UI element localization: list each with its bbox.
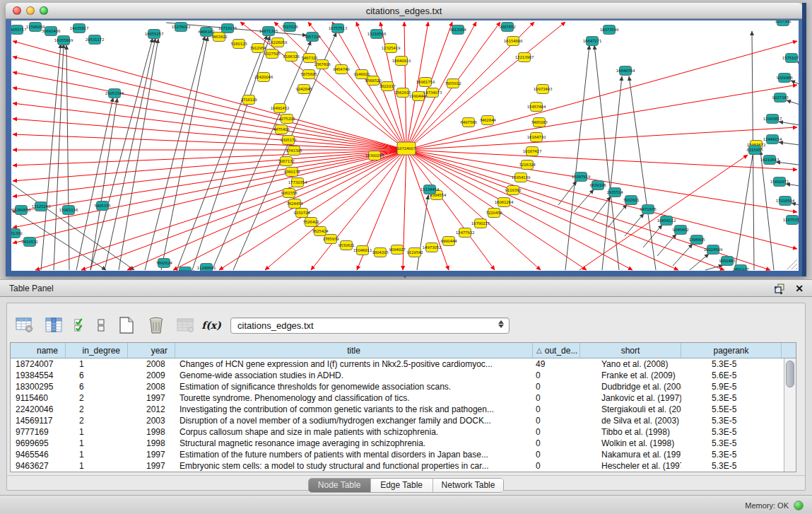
graph-node[interactable]: 8419532 — [21, 238, 37, 247]
citation-edge-black[interactable] — [54, 44, 64, 270]
graph-node[interactable]: 7485083 — [531, 118, 548, 127]
graph-node[interactable]: 10973493 — [534, 85, 553, 94]
graph-node[interactable]: 7932621 — [623, 196, 639, 205]
select-columns-checks-icon[interactable] — [73, 315, 86, 336]
graph-node[interactable]: 9150724 — [293, 209, 310, 218]
table-row[interactable]: 977716911998Corpus callosum shape and si… — [11, 426, 784, 438]
citation-edge-black[interactable] — [66, 45, 69, 270]
graph-node[interactable]: 4275201 — [278, 115, 295, 124]
graph-node[interactable]: 6466162 — [198, 28, 214, 37]
function-builder-icon[interactable]: f(x) — [205, 315, 218, 336]
citation-edge-red[interactable] — [13, 41, 406, 150]
graph-node[interactable]: 5160123 — [230, 40, 247, 49]
column-header-out_degree[interactable]: △out_de... — [533, 343, 580, 358]
citation-edge-red[interactable] — [13, 150, 406, 181]
graph-node[interactable]: 12477932 — [456, 228, 474, 238]
graph-node[interactable]: 3822037 — [379, 82, 396, 91]
citation-edge-black[interactable] — [594, 45, 619, 270]
graph-node[interactable]: 6497568 — [460, 118, 477, 127]
citation-edge-black[interactable] — [629, 76, 656, 270]
graph-node[interactable]: 7692624 — [155, 259, 172, 268]
graph-node[interactable]: 9329966 — [776, 74, 793, 83]
citation-edge-red[interactable] — [13, 150, 406, 197]
citation-edge-black[interactable] — [119, 39, 158, 270]
graph-node[interactable]: 7955812 — [445, 79, 461, 88]
graph-node[interactable]: 24055717 — [11, 25, 27, 35]
graph-node[interactable]: 18757513 — [329, 24, 348, 33]
citation-edge-red[interactable] — [579, 155, 748, 270]
graph-node[interactable]: 9327505 — [264, 49, 281, 59]
graph-node[interactable]: 9245652 — [672, 226, 688, 235]
graph-node[interactable]: 8454749 — [333, 65, 350, 74]
graph-node[interactable]: 29053346 — [105, 89, 124, 98]
citation-edge-black[interactable] — [161, 37, 208, 270]
graph-node[interactable]: 7462644 — [479, 116, 496, 125]
graph-node[interactable]: 8813054 — [449, 25, 466, 35]
citation-edge-black[interactable] — [797, 62, 799, 66]
citation-edge-black[interactable] — [779, 122, 799, 126]
citation-edge-red[interactable] — [13, 119, 406, 150]
column-header-name[interactable]: name — [11, 343, 66, 358]
graph-node[interactable]: 2718129 — [240, 95, 257, 105]
graph-node[interactable]: 16671385 — [259, 27, 278, 36]
citation-edge-black[interactable] — [690, 254, 709, 270]
citation-edge-red[interactable] — [13, 150, 406, 212]
table-row[interactable]: 911546021997Tourette syndrome. Phenomeno… — [11, 392, 784, 404]
network-canvas[interactable]: 1872400774638225160123391295418226058932… — [11, 21, 799, 271]
graph-node[interactable]: 9119542 — [406, 248, 423, 257]
citation-edge-red[interactable] — [13, 72, 406, 150]
create-table-icon[interactable] — [116, 315, 137, 336]
graph-node[interactable]: 2367608 — [314, 60, 331, 69]
float-panel-icon[interactable] — [774, 283, 785, 294]
graph-node[interactable]: 10024509 — [704, 245, 723, 255]
column-header-title[interactable]: title — [175, 343, 533, 358]
citation-edge-red[interactable] — [35, 150, 406, 270]
graph-node[interactable]: 5467321 — [301, 54, 317, 63]
graph-node[interactable]: 16961758 — [416, 78, 435, 87]
panel-divider-handle[interactable]: ▾ — [400, 274, 410, 279]
graph-node[interactable]: 18724007 — [397, 142, 416, 155]
graph-node[interactable]: 2450127 — [732, 265, 749, 271]
tab-network-table[interactable]: Network Table — [433, 479, 504, 492]
graph-node[interactable]: 9305172 — [280, 136, 296, 145]
graph-node[interactable]: 15751074 — [782, 54, 799, 63]
graph-node[interactable]: 9242845 — [295, 85, 312, 94]
graph-node[interactable]: 8990444 — [440, 237, 457, 246]
graph-node[interactable]: 16154808 — [504, 37, 523, 46]
tab-edge-table[interactable]: Edge Table — [371, 479, 433, 492]
citation-edge-black[interactable] — [177, 35, 267, 270]
citation-edge-red[interactable] — [406, 150, 797, 170]
graph-node[interactable]: 26260650 — [12, 206, 31, 215]
graph-node[interactable]: 15097919 — [572, 173, 591, 182]
citation-edge-black[interactable] — [192, 36, 270, 270]
graph-node[interactable]: 12325419 — [382, 44, 401, 53]
graph-node[interactable]: 1804203 — [372, 248, 389, 257]
delete-table-icon[interactable] — [146, 315, 167, 336]
graph-node[interactable]: 10167427 — [523, 147, 542, 156]
graph-node[interactable]: 8186328 — [283, 52, 300, 62]
table-row[interactable]: 946554611997Estimation of the future num… — [11, 449, 784, 460]
window-titlebar[interactable]: citations_edges.txt — [6, 3, 802, 19]
table-vertical-scrollbar[interactable] — [784, 358, 796, 472]
graph-node[interactable]: 15981136 — [59, 206, 78, 215]
table-settings-icon[interactable] — [14, 315, 35, 336]
table-row[interactable]: 1830029562008Estimation of significance … — [11, 381, 784, 392]
graph-node[interactable]: 10790215 — [471, 219, 490, 228]
graph-node[interactable]: 10491432 — [271, 104, 289, 113]
graph-node[interactable]: 20531172 — [86, 35, 104, 45]
citation-edge-black[interactable] — [608, 204, 627, 228]
citation-edge-black[interactable] — [673, 244, 693, 266]
graph-node[interactable]: 16055809 — [54, 36, 73, 45]
citation-edge-red[interactable] — [406, 150, 678, 270]
graph-node[interactable]: 15046811 — [353, 246, 372, 255]
table-row[interactable]: 1872400712008Changes of HCN gene express… — [11, 358, 784, 370]
network-table-select[interactable]: citations_edges.txt — [230, 317, 510, 334]
graph-node[interactable]: 10655257 — [145, 30, 164, 39]
graph-node[interactable]: 8215955 — [746, 146, 763, 155]
graph-node[interactable]: 9360172 — [283, 168, 300, 177]
citation-edge-black[interactable] — [145, 36, 205, 270]
graph-node[interactable]: 9061300 — [11, 229, 23, 238]
citation-edge-red[interactable] — [406, 85, 797, 150]
citation-edge-red[interactable] — [13, 134, 406, 150]
citation-edge-red[interactable] — [406, 150, 724, 270]
